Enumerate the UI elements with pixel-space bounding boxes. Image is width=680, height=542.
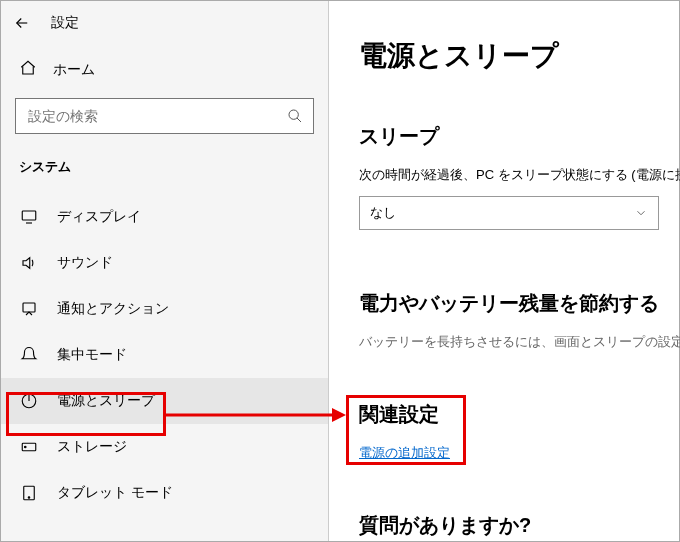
sidebar-item-storage[interactable]: ストレージ (1, 424, 328, 470)
save-heading: 電力やバッテリー残量を節約する (359, 290, 680, 317)
svg-point-5 (25, 446, 27, 448)
sidebar: 設定 ホーム システム ディスプレイ (1, 1, 329, 541)
sidebar-item-label: タブレット モード (57, 484, 173, 502)
sidebar-item-focus[interactable]: 集中モード (1, 332, 328, 378)
window-title: 設定 (51, 14, 79, 32)
home-button[interactable]: ホーム (1, 45, 328, 94)
sidebar-item-label: ストレージ (57, 438, 127, 456)
sidebar-nav: ディスプレイ サウンド 通知とアクション 集中モード (1, 194, 328, 516)
svg-rect-1 (22, 211, 36, 220)
power-icon (19, 392, 39, 410)
back-button[interactable] (13, 14, 31, 32)
faq-heading: 質問がありますか? (359, 512, 680, 539)
sidebar-item-label: 電源とスリープ (57, 392, 155, 410)
main-panel: 電源とスリープ スリープ 次の時間が経過後、PC をスリープ状態にする (電源に… (329, 1, 680, 541)
page-title: 電源とスリープ (359, 37, 680, 75)
svg-rect-2 (23, 303, 35, 312)
sidebar-item-label: 通知とアクション (57, 300, 169, 318)
tablet-icon (19, 484, 39, 502)
focus-icon (19, 346, 39, 364)
sidebar-item-notifications[interactable]: 通知とアクション (1, 286, 328, 332)
sidebar-item-tablet[interactable]: タブレット モード (1, 470, 328, 516)
sidebar-item-label: サウンド (57, 254, 113, 272)
related-heading: 関連設定 (359, 401, 680, 428)
search-input[interactable] (16, 108, 277, 124)
power-additional-link[interactable]: 電源の追加設定 (359, 444, 680, 462)
settings-window: 設定 ホーム システム ディスプレイ (0, 0, 680, 542)
save-desc: バッテリーを長持ちさせるには、画面とスリープの設定で短い時間 (359, 333, 680, 351)
sleep-select-value: なし (370, 204, 396, 222)
sleep-label: 次の時間が経過後、PC をスリープ状態にする (電源に接続時) (359, 166, 680, 184)
svg-point-7 (28, 497, 30, 499)
search-icon (277, 108, 313, 124)
storage-icon (19, 438, 39, 456)
sleep-heading: スリープ (359, 123, 680, 150)
related-section: 関連設定 電源の追加設定 (359, 401, 680, 462)
svg-point-0 (289, 110, 298, 119)
sidebar-item-display[interactable]: ディスプレイ (1, 194, 328, 240)
home-icon (19, 59, 37, 80)
home-label: ホーム (53, 61, 95, 79)
sidebar-header: 設定 (1, 1, 328, 45)
notification-icon (19, 300, 39, 318)
sidebar-item-label: ディスプレイ (57, 208, 141, 226)
display-icon (19, 208, 39, 226)
sidebar-item-label: 集中モード (57, 346, 127, 364)
sound-icon (19, 254, 39, 272)
search-box[interactable] (15, 98, 314, 134)
category-title: システム (1, 150, 328, 194)
sleep-select[interactable]: なし (359, 196, 659, 230)
sidebar-item-sound[interactable]: サウンド (1, 240, 328, 286)
sidebar-item-power[interactable]: 電源とスリープ (1, 378, 328, 424)
chevron-down-icon (634, 206, 648, 220)
